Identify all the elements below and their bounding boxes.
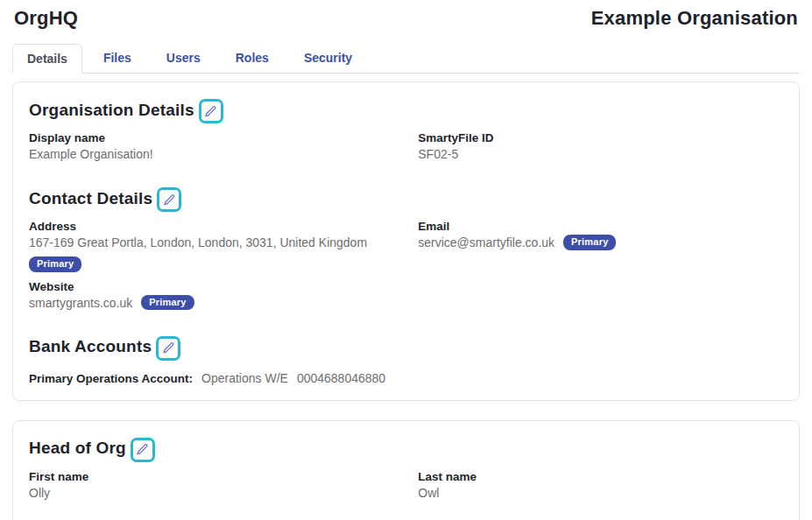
page-header: OrgHQ Example Organisation (0, 0, 812, 30)
pencil-icon (204, 105, 217, 118)
address-label: Address (29, 219, 418, 234)
edit-organisation-details-button[interactable] (199, 99, 223, 123)
last-name-field: Last name Owl (418, 469, 783, 501)
smartyfile-id-field: SmartyFile ID SF02-5 (418, 130, 783, 162)
organisation-title: Example Organisation (591, 7, 798, 30)
email-primary-badge: Primary (563, 235, 616, 250)
account-name: Operations W/E (201, 371, 288, 385)
first-name-label: First name (29, 469, 418, 484)
tab-bar: Details Files Users Roles Security (12, 44, 800, 74)
address-field: Address 167-169 Great Portla, London, Lo… (29, 219, 418, 272)
organisation-card: Organisation Details Display name Exampl… (12, 81, 800, 401)
tab-roles[interactable]: Roles (222, 44, 283, 74)
pencil-icon (163, 193, 176, 207)
organisation-details-heading: Organisation Details (29, 99, 194, 122)
contact-details-heading: Contact Details (29, 187, 152, 210)
email-field: Email service@smartyfile.co.uk Primary (418, 219, 783, 250)
first-name-field: First name Olly (29, 469, 418, 501)
display-name-field: Display name Example Organisation! (29, 130, 418, 162)
first-name-value: Olly (29, 485, 418, 501)
address-primary-badge: Primary (29, 256, 81, 272)
display-name-value: Example Organisation! (29, 146, 418, 162)
display-name-label: Display name (29, 130, 418, 145)
section-bank-accounts: Bank Accounts Primary Operations Account… (29, 334, 783, 386)
contact-right-column: Email service@smartyfile.co.uk Primary (418, 219, 783, 311)
edit-bank-accounts-button[interactable] (156, 336, 180, 361)
smartyfile-id-value: SF02-5 (418, 146, 783, 162)
page: OrgHQ Example Organisation Details Files… (0, 0, 812, 520)
primary-operations-account-label: Primary Operations Account: (29, 371, 193, 386)
head-of-org-heading: Head of Org (29, 437, 126, 460)
tab-security[interactable]: Security (290, 44, 366, 74)
tab-users[interactable]: Users (152, 44, 215, 74)
email-value: service@smartyfile.co.uk (418, 235, 554, 250)
app-title: OrgHQ (14, 7, 78, 30)
last-name-label: Last name (418, 469, 783, 484)
pencil-icon (162, 341, 175, 355)
contact-left-column: Address 167-169 Great Portla, London, Lo… (29, 219, 418, 311)
smartyfile-id-label: SmartyFile ID (418, 130, 783, 145)
website-value: smartygrants.co.uk (29, 295, 132, 311)
account-number: 0004688046880 (297, 371, 385, 385)
head-of-org-card: Head of Org First name Olly Last name (12, 420, 800, 520)
email-label: Email (418, 219, 783, 234)
address-value: 167-169 Great Portla, London, London, 30… (29, 235, 418, 250)
section-head-of-org: Head of Org First name Olly Last name (29, 435, 783, 501)
primary-operations-account-row: Primary Operations Account: Operations W… (29, 371, 783, 386)
website-primary-badge: Primary (141, 295, 194, 311)
edit-head-of-org-button[interactable] (131, 438, 155, 462)
pencil-icon (136, 443, 149, 456)
section-organisation-details: Organisation Details Display name Exampl… (29, 96, 783, 162)
last-name-value: Owl (418, 485, 783, 501)
edit-contact-details-button[interactable] (157, 187, 181, 212)
tab-files[interactable]: Files (89, 44, 145, 74)
website-label: Website (29, 279, 418, 294)
tab-details[interactable]: Details (12, 44, 82, 74)
bank-accounts-heading: Bank Accounts (29, 335, 152, 358)
website-field: Website smartygrants.co.uk Primary (29, 279, 418, 311)
tab-content: Organisation Details Display name Exampl… (0, 81, 812, 520)
section-contact-details: Contact Details Address 167-169 Great Po… (29, 185, 783, 311)
